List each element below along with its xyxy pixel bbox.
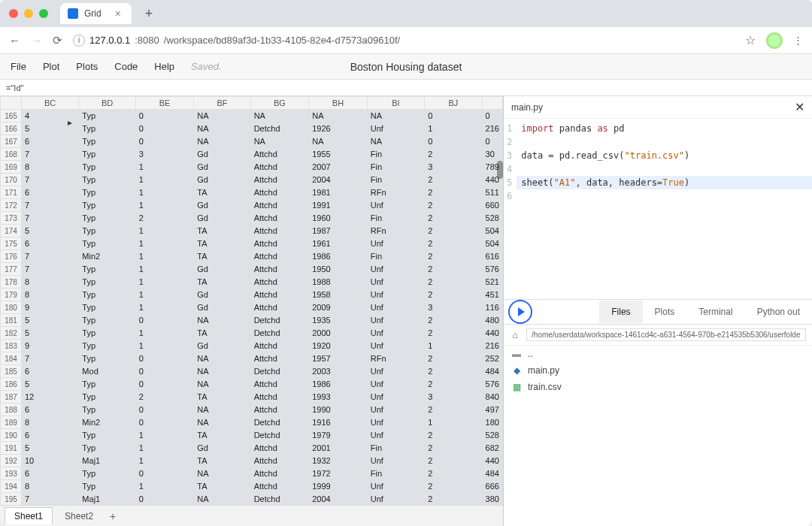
column-header[interactable]: BD xyxy=(79,97,136,110)
cell[interactable]: 0 xyxy=(482,110,502,122)
cell[interactable]: 2003 xyxy=(309,365,367,378)
cell[interactable]: 682 xyxy=(482,442,502,455)
cell[interactable]: 2 xyxy=(425,327,482,340)
cell[interactable]: 840 xyxy=(482,391,502,404)
cell[interactable]: 0 xyxy=(135,135,193,148)
cell[interactable]: 2 xyxy=(425,314,482,327)
cell[interactable]: TA xyxy=(194,429,250,442)
cell[interactable]: 1991 xyxy=(309,199,367,212)
cell[interactable]: 8 xyxy=(21,276,78,289)
cell[interactable]: Gd xyxy=(194,199,250,212)
cell[interactable]: Attchd xyxy=(250,391,309,404)
cell[interactable]: 12 xyxy=(21,391,78,404)
cell[interactable]: TA xyxy=(194,250,250,263)
cell[interactable]: 216 xyxy=(482,122,502,135)
cell[interactable]: Attchd xyxy=(250,174,309,186)
cell[interactable]: Min2 xyxy=(79,250,136,263)
file-row[interactable]: ◆main.py xyxy=(504,362,812,379)
cell[interactable]: Detchd xyxy=(250,314,309,327)
row-header[interactable]: 168 xyxy=(1,148,22,161)
cell[interactable]: 1979 xyxy=(309,429,367,442)
cell[interactable]: 528 xyxy=(482,429,502,442)
cell[interactable]: Fin xyxy=(367,174,424,186)
cell[interactable]: Unf xyxy=(367,301,424,314)
cell[interactable]: 6 xyxy=(21,429,78,442)
cell[interactable]: 2 xyxy=(425,199,482,212)
cell[interactable]: Typ xyxy=(79,314,136,327)
cell[interactable]: Unf xyxy=(367,289,424,301)
cell[interactable]: 8 xyxy=(21,161,78,174)
cell[interactable]: 6 xyxy=(21,404,78,416)
cell[interactable]: Unf xyxy=(367,263,424,276)
cell[interactable]: Gd xyxy=(194,161,250,174)
forward-button[interactable]: → xyxy=(31,34,42,47)
cell[interactable]: Attchd xyxy=(250,212,309,225)
cell[interactable]: 1926 xyxy=(309,122,367,135)
cell[interactable]: Attchd xyxy=(250,378,309,391)
cell[interactable]: 30 xyxy=(482,148,502,161)
cell[interactable]: 1 xyxy=(135,455,193,467)
cell[interactable]: 1 xyxy=(135,429,193,442)
path-input[interactable] xyxy=(526,328,806,341)
code-line[interactable]: data = pd.read_csv("train.csv") xyxy=(517,149,812,162)
cell[interactable]: 5 xyxy=(21,314,78,327)
browser-tab[interactable]: Grid × xyxy=(60,3,132,24)
cell[interactable]: 0 xyxy=(135,378,193,391)
cell[interactable]: Min2 xyxy=(79,416,136,429)
cell[interactable]: 1932 xyxy=(309,455,367,467)
cell[interactable]: Typ xyxy=(79,404,136,416)
minimize-window-icon[interactable] xyxy=(24,9,33,18)
cell[interactable]: 3 xyxy=(425,161,482,174)
cell[interactable]: 7 xyxy=(21,250,78,263)
cell[interactable]: 1 xyxy=(135,442,193,455)
cell[interactable]: 1916 xyxy=(309,416,367,429)
file-row[interactable]: ▦train.csv xyxy=(504,379,812,395)
cell[interactable]: 484 xyxy=(482,365,502,378)
cell[interactable]: 1 xyxy=(425,340,482,352)
cell[interactable]: Gd xyxy=(194,263,250,276)
cell[interactable]: Attchd xyxy=(250,148,309,161)
cell[interactable]: NA xyxy=(194,378,250,391)
cell[interactable]: 3 xyxy=(425,391,482,404)
cell[interactable]: 5 xyxy=(21,225,78,237)
row-header[interactable]: 195 xyxy=(1,493,22,506)
column-header[interactable]: BG xyxy=(250,97,309,110)
code-line[interactable] xyxy=(517,189,812,203)
cell[interactable]: 1950 xyxy=(309,263,367,276)
cell[interactable]: 1972 xyxy=(309,467,367,480)
cell[interactable]: 6 xyxy=(21,237,78,250)
cell[interactable]: 5 xyxy=(21,378,78,391)
cell[interactable]: 1935 xyxy=(309,314,367,327)
cell[interactable]: Unf xyxy=(367,480,424,493)
cell[interactable]: 1960 xyxy=(309,212,367,225)
new-tab-button[interactable]: + xyxy=(145,6,153,22)
cell[interactable]: NA xyxy=(194,467,250,480)
sheet-tab-2[interactable]: Sheet2 xyxy=(56,508,102,524)
cell[interactable]: Gd xyxy=(194,289,250,301)
code-line[interactable]: import pandas as pd xyxy=(517,122,812,135)
cell[interactable]: Fin xyxy=(367,148,424,161)
cell[interactable]: 1 xyxy=(135,276,193,289)
cell[interactable]: 7 xyxy=(21,212,78,225)
output-tab-files[interactable]: Files xyxy=(599,301,642,323)
cell[interactable]: Attchd xyxy=(250,225,309,237)
row-header[interactable]: 185 xyxy=(1,365,22,378)
column-header[interactable]: BF xyxy=(194,97,250,110)
row-header[interactable]: 187 xyxy=(1,391,22,404)
cell[interactable]: Attchd xyxy=(250,467,309,480)
row-header[interactable]: 170 xyxy=(1,174,22,186)
column-header[interactable]: BE xyxy=(135,97,193,110)
cell[interactable]: 9 xyxy=(21,340,78,352)
cell[interactable]: NA xyxy=(367,135,424,148)
spreadsheet-grid[interactable]: BCBDBEBFBGBHBIBJ 1654Typ0NANANANA001665T… xyxy=(0,96,503,505)
cell[interactable]: Attchd xyxy=(250,161,309,174)
cell[interactable]: 9 xyxy=(21,301,78,314)
cell[interactable]: 2 xyxy=(425,276,482,289)
code-line[interactable] xyxy=(517,162,812,176)
cell[interactable]: 6 xyxy=(21,467,78,480)
cell[interactable]: Detchd xyxy=(250,416,309,429)
cell[interactable]: Typ xyxy=(79,237,136,250)
cell[interactable]: 1920 xyxy=(309,340,367,352)
cell[interactable]: NA xyxy=(194,135,250,148)
cell[interactable]: 2 xyxy=(425,455,482,467)
